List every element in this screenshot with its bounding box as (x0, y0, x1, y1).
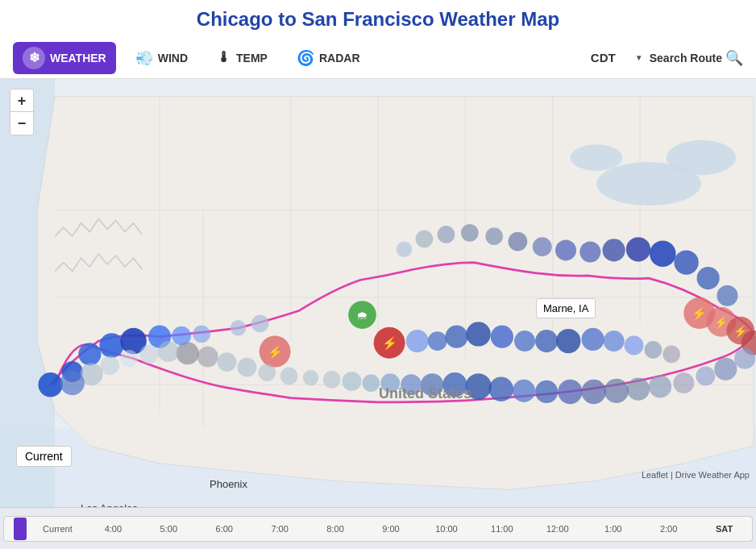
temp-tab[interactable]: 🌡 TEMP (207, 44, 277, 71)
svg-point-57 (401, 374, 422, 395)
svg-text:⚡: ⚡ (382, 335, 397, 351)
svg-point-51 (535, 381, 558, 403)
timeline-labels: Current4:005:006:007:008:009:0010:0011:0… (4, 524, 752, 534)
timeline-label-2: 5:00 (141, 524, 197, 534)
toolbar: ❄ WEATHER 💨 WIND 🌡 TEMP 🌀 RADAR CDT UTC … (0, 37, 756, 79)
svg-point-60 (343, 372, 362, 391)
svg-point-28 (535, 330, 558, 352)
svg-point-75 (397, 242, 413, 258)
svg-point-68 (177, 342, 199, 364)
svg-point-50 (558, 380, 582, 404)
search-icon: 🔍 (725, 49, 743, 67)
timeline-label-4: 7:00 (252, 524, 308, 534)
timeline-label-1: 4:00 (85, 524, 141, 534)
svg-point-15 (251, 315, 269, 333)
svg-point-29 (556, 329, 580, 353)
svg-point-81 (533, 237, 552, 256)
timeline-label-11: 2:00 (641, 524, 696, 534)
svg-text:⚡: ⚡ (692, 306, 707, 321)
svg-point-48 (604, 379, 629, 403)
svg-point-13 (193, 326, 210, 343)
svg-point-55 (442, 372, 467, 397)
svg-point-43 (714, 358, 737, 381)
map-container: ⚡ 🌧 ⚡ ⚡ ⚡ ⚡ (0, 79, 756, 507)
map-controls: + − (10, 89, 34, 135)
weather-tab[interactable]: ❄ WEATHER (13, 42, 116, 74)
svg-point-65 (238, 358, 257, 377)
timezone-dropdown-arrow: ▼ (635, 53, 643, 62)
timeline-label-7: 10:00 (418, 524, 474, 534)
svg-point-46 (649, 375, 671, 397)
svg-point-72 (100, 356, 119, 376)
svg-point-64 (259, 364, 276, 381)
svg-text:🌧: 🌧 (356, 309, 368, 322)
svg-point-67 (197, 347, 218, 368)
timeline-label-12: SAT (696, 524, 752, 534)
svg-point-49 (581, 380, 605, 404)
svg-point-80 (508, 232, 527, 252)
svg-point-56 (421, 373, 443, 396)
svg-point-9 (99, 333, 123, 357)
svg-point-47 (627, 378, 650, 401)
svg-point-69 (158, 341, 179, 362)
svg-point-86 (650, 240, 676, 267)
svg-point-30 (581, 328, 604, 351)
svg-point-76 (416, 230, 434, 247)
svg-point-66 (218, 352, 237, 372)
temp-icon: 🌡 (217, 49, 231, 66)
svg-point-87 (674, 250, 698, 274)
radar-icon: 🌀 (297, 49, 314, 67)
svg-point-14 (231, 320, 247, 336)
svg-point-5 (570, 144, 622, 171)
timeline-label-0: Current (30, 524, 85, 534)
wind-tab[interactable]: 💨 WIND (126, 44, 197, 72)
svg-point-53 (489, 377, 513, 401)
weather-icon: ❄ (23, 47, 45, 69)
svg-point-77 (438, 226, 455, 243)
svg-point-27 (514, 331, 535, 351)
svg-point-44 (696, 367, 715, 386)
svg-point-59 (362, 374, 380, 392)
svg-point-42 (734, 348, 755, 369)
svg-point-88 (697, 267, 720, 289)
timeline-label-10: 1:00 (585, 524, 641, 534)
svg-point-31 (604, 331, 625, 351)
svg-point-89 (717, 285, 737, 306)
svg-point-52 (513, 380, 535, 402)
svg-point-79 (485, 227, 503, 245)
svg-point-45 (673, 372, 694, 393)
page-title: Chicago to San Francisco Weather Map (0, 0, 756, 37)
svg-point-4 (667, 140, 737, 175)
toolbar-right: CDT UTC EST PST ▼ Search Route 🔍 (591, 49, 743, 67)
svg-point-54 (465, 373, 492, 400)
timeline-label-5: 8:00 (308, 524, 363, 534)
svg-point-62 (303, 370, 319, 386)
zoom-out-button[interactable]: − (10, 112, 33, 135)
svg-text:⚡: ⚡ (268, 344, 283, 360)
wind-icon: 💨 (135, 49, 153, 67)
svg-point-26 (491, 326, 513, 348)
svg-point-82 (555, 239, 576, 260)
svg-point-8 (78, 343, 101, 365)
svg-point-63 (280, 368, 298, 385)
timeline-label-9: 12:00 (530, 524, 585, 534)
svg-point-23 (428, 331, 447, 351)
svg-point-24 (445, 326, 467, 348)
timeline-handle[interactable] (14, 518, 27, 540)
svg-point-70 (139, 344, 159, 364)
radar-tab[interactable]: 🌀 RADAR (287, 44, 370, 72)
timeline-track[interactable]: Current4:005:006:007:008:009:0010:0011:0… (3, 516, 753, 542)
svg-point-22 (406, 330, 429, 352)
zoom-in-button[interactable]: + (10, 89, 33, 112)
svg-point-71 (120, 350, 138, 368)
timezone-select[interactable]: CDT UTC EST PST (591, 51, 629, 64)
svg-point-83 (579, 242, 600, 263)
search-route-button[interactable]: Search Route 🔍 (650, 49, 743, 67)
svg-text:⚡: ⚡ (714, 315, 729, 330)
svg-point-85 (626, 237, 650, 261)
map-credit: Leaflet | Drive Weather App (642, 470, 750, 480)
timeline-label-8: 11:00 (474, 524, 530, 534)
svg-point-34 (663, 346, 680, 364)
timeline-label-3: 6:00 (197, 524, 252, 534)
svg-point-78 (461, 224, 479, 242)
